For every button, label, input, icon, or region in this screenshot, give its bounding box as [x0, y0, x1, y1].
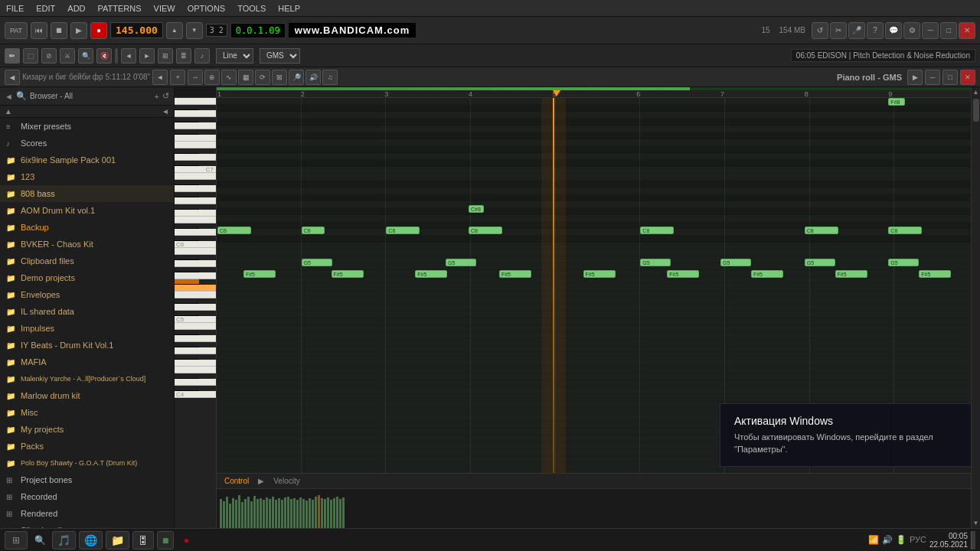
snap-left[interactable]: ◄ [121, 48, 136, 64]
taskbar-app-folder[interactable]: 📁 [106, 531, 129, 549]
note-c6-1[interactable]: C6 [217, 227, 251, 234]
piano-key-b4[interactable] [175, 323, 216, 330]
nav-back[interactable]: ◄ [5, 70, 20, 85]
mute-tool[interactable]: 🔇 [96, 48, 112, 64]
midi-icon[interactable]: ♫ [322, 70, 338, 85]
piano-key-as5[interactable] [175, 255, 199, 260]
note-g5-1[interactable]: G5 [302, 259, 332, 266]
sidebar-item-scores[interactable]: ♪ Scores [0, 135, 174, 152]
note-fs5-3[interactable]: F#5 [415, 270, 447, 278]
piano-key-a5[interactable] [175, 260, 216, 267]
stop-button[interactable]: ⏹ [51, 22, 67, 39]
note-c6-4[interactable]: C#8 [469, 205, 484, 213]
tool-e[interactable]: ⟳ [255, 70, 270, 85]
piano-key-fs6[interactable] [175, 204, 199, 210]
piano-key-fs5[interactable] [175, 279, 199, 285]
piano-key-a6[interactable] [175, 185, 216, 192]
bpm-up-arrow[interactable]: ▲ [166, 22, 183, 39]
sidebar-item-misc[interactable]: 📁 Misc [0, 404, 174, 421]
tool-c[interactable]: ∿ [221, 70, 237, 85]
piano-key-gs6[interactable] [175, 192, 199, 197]
piano-key-c6[interactable]: C6 [175, 241, 216, 248]
piano-key-e4[interactable] [175, 367, 216, 373]
sidebar-add[interactable]: + [155, 92, 159, 101]
note-fs5-5[interactable]: F#5 [583, 270, 616, 278]
piano-key-ds7[interactable] [175, 148, 199, 154]
note-c6-8[interactable]: C8 [888, 227, 922, 234]
sidebar-item-123[interactable]: 📁 123 [0, 168, 174, 185]
piano-key-fs7[interactable] [175, 129, 199, 135]
menu-file[interactable]: FILE [3, 4, 27, 13]
scissors-icon[interactable]: ✂ [830, 22, 847, 39]
sidebar-item-polo[interactable]: 📁 Polo Boy Shawty - G.O.A.T (Drum Kit) [0, 455, 174, 471]
scroll-left[interactable]: ◄ [152, 70, 168, 85]
piano-key-e6[interactable] [175, 217, 216, 223]
piano-key-a7[interactable] [175, 110, 216, 117]
menu-add[interactable]: ADD [64, 4, 88, 13]
piano-key-g7[interactable] [175, 122, 216, 129]
bpm-display[interactable]: 145.000 [110, 22, 163, 38]
piano-key-g6[interactable] [175, 197, 216, 204]
taskbar-app-green[interactable]: ■ [157, 531, 174, 549]
sidebar-item-mafia[interactable]: 📁 MAFIA [0, 354, 174, 370]
snap-right[interactable]: ► [139, 48, 155, 64]
piano-key-d7[interactable] [175, 154, 216, 161]
sidebar-item-6ix9ine[interactable]: 📁 6ix9ine Sample Pack 001 [0, 152, 174, 168]
sidebar-item-clipboard[interactable]: 📁 Clipboard files [0, 253, 174, 269]
zoom-tool[interactable]: 🔍 [78, 48, 93, 64]
piano-roll-nav[interactable]: ▶ [907, 70, 923, 85]
sidebar-refresh[interactable]: ↺ [162, 91, 169, 101]
sidebar-item-recorded[interactable]: ⊞ Recorded [0, 488, 174, 505]
piano-key-as6[interactable] [175, 180, 199, 185]
piano-key-ds5[interactable] [175, 298, 199, 304]
record-button[interactable]: ● [90, 22, 107, 39]
piano-key-gs7[interactable] [175, 117, 199, 122]
search-icon[interactable]: 🔍 [16, 91, 27, 101]
piano-key-gs4[interactable] [175, 342, 199, 347]
piano-key-b5[interactable] [175, 248, 216, 255]
sidebar-item-malenkiy[interactable]: 📁 Malenkiy Yarche - A..ll[Producer`s Clo… [0, 370, 174, 387]
note-c6-5[interactable]: C8 [469, 227, 502, 234]
tool-b[interactable]: ⊕ [204, 70, 220, 85]
piano-key-fs4[interactable] [175, 354, 199, 360]
grid-scrollbar-right[interactable]: ▲ ▼ [971, 87, 980, 528]
piano-key-e5[interactable] [175, 292, 216, 298]
sidebar-collapse[interactable]: ◄ [162, 107, 169, 116]
note-c6-7[interactable]: C8 [805, 227, 838, 234]
pat-button[interactable]: PAT [5, 22, 28, 39]
piano-key-cs7[interactable] [175, 161, 199, 166]
sidebar-item-il[interactable]: 📁 IL shared data [0, 303, 174, 320]
tool-f[interactable]: ⊠ [272, 70, 287, 85]
piano-key-f6[interactable] [175, 210, 216, 217]
knife-tool[interactable]: ⚔ [60, 48, 75, 64]
piano-key-d6[interactable] [175, 229, 216, 236]
note-fs5-9[interactable]: F#5 [919, 270, 951, 278]
select-tool[interactable]: ⬚ [23, 48, 38, 64]
sidebar-item-impulses[interactable]: 📁 Impulses [0, 320, 174, 337]
maximize-pr[interactable]: □ [942, 70, 958, 85]
maximize-icon[interactable]: □ [940, 22, 957, 39]
start-button[interactable]: ⊞ [5, 531, 28, 549]
sidebar-item-bvker[interactable]: 📁 BVKER - Chaos Kit [0, 236, 174, 253]
sidebar-item-sliced[interactable]: 📁 Sliced audio [0, 522, 174, 528]
rewind-button[interactable]: ⏮ [31, 22, 47, 39]
volume-icon[interactable]: 🔊 [305, 70, 321, 85]
draw-tool[interactable]: ✏ [5, 48, 20, 64]
sidebar-item-demo[interactable]: 📁 Demo projects [0, 269, 174, 286]
scroll-up-arrow[interactable]: ▲ [972, 87, 980, 97]
sidebar-item-marlow[interactable]: 📁 Marlow drum kit [0, 387, 174, 404]
taskbar-app-ableton[interactable]: 🎛 [132, 531, 154, 549]
piano-key-as7[interactable] [175, 105, 199, 110]
note-g5-3[interactable]: G5 [640, 259, 671, 266]
piano-key-b6[interactable] [175, 173, 216, 180]
note-fs5-7[interactable]: F#5 [751, 270, 783, 278]
add-marker[interactable]: + [170, 70, 185, 85]
piano-key-as4[interactable] [175, 330, 199, 335]
sidebar-item-mixer-presets[interactable]: ≡ Mixer presets [0, 118, 174, 135]
erase-tool[interactable]: ⊘ [41, 48, 57, 64]
piano-key-f7[interactable] [175, 135, 216, 142]
sidebar-item-my-projects[interactable]: 📁 My projects [0, 421, 174, 438]
menu-edit[interactable]: EDIT [33, 4, 58, 13]
note-c6-6[interactable]: C8 [640, 227, 674, 234]
sidebar-item-iy[interactable]: 📁 IY Beats - Drum Kit Vol.1 [0, 337, 174, 354]
